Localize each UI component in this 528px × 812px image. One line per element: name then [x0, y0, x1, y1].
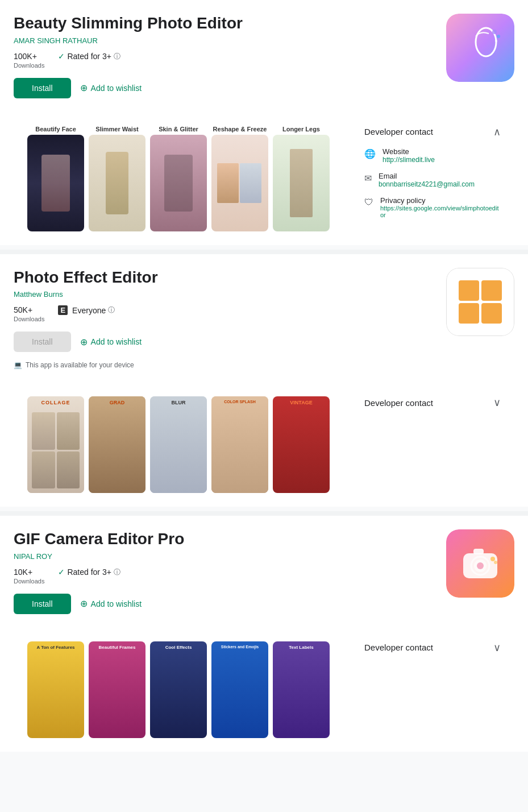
dev-contact-header-beauty[interactable]: Developer contact ∧ [364, 126, 501, 138]
dev-contact-title-beauty: Developer contact [364, 127, 433, 136]
screenshot-label-5-beauty: Longer Legs [273, 126, 330, 132]
screenshot-img-4-beauty [211, 135, 268, 231]
app-developer-beauty[interactable]: AMAR SINGH RATHAUR [14, 36, 435, 45]
device-icon: 💻 [14, 361, 22, 369]
screenshot-label-2-gif: Beautiful Frames [89, 645, 145, 650]
app-icon-gif [446, 529, 514, 598]
screenshot-1-photo: COLLAGE [27, 396, 84, 493]
screenshot-img-3-beauty [150, 135, 207, 231]
screenshots-row-photo: COLLAGE GRAD [27, 396, 353, 493]
screenshot-4-beauty: Reshape & Freeze [211, 126, 268, 231]
screenshot-img-1-photo: COLLAGE [27, 396, 84, 493]
app-header-gif: GIF Camera Editor Pro NIPAL ROY 10K+ Dow… [14, 529, 514, 623]
rating-info-icon[interactable]: ⓘ [114, 52, 120, 61]
dev-contact-header-photo[interactable]: Developer contact ∨ [364, 396, 501, 409]
grid-cell-1 [459, 280, 479, 301]
wishlist-icon-gif: ⊕ [80, 598, 88, 609]
svg-point-2 [497, 35, 500, 38]
downloads-value-beauty: 100K+ [14, 52, 37, 61]
website-label-beauty: Website [383, 147, 435, 156]
screenshot-label-4-beauty: Reshape & Freeze [211, 126, 268, 132]
lower-section-beauty: Beautify Face Slimmer Waist [14, 117, 514, 245]
dev-contact-email-text-beauty: Email bonnbarriseitz4221@gmail.com [379, 172, 475, 188]
dev-contact-title-photo: Developer contact [364, 398, 433, 408]
screenshot-img-2-gif: Beautiful Frames [89, 641, 145, 738]
website-value-beauty[interactable]: http://slimedit.live [383, 156, 435, 164]
screenshot-2-beauty: Slimmer Waist [89, 126, 145, 231]
dev-contact-header-gif[interactable]: Developer contact ∨ [364, 641, 501, 654]
dev-contact-beauty: Developer contact ∧ 🌐 Website http://sli… [353, 126, 501, 231]
beauty-icon-svg [458, 25, 503, 71]
rating-value-beauty: ✓ Rated for 3+ ⓘ [58, 52, 120, 61]
install-button-beauty[interactable]: Install [14, 78, 71, 98]
app-info-photo: Photo Effect Editor Matthew Burns 50K+ D… [14, 268, 435, 379]
screenshot-label-1-photo: COLLAGE [27, 400, 84, 405]
app-header-beauty: Beauty Slimming Photo Editor AMAR SINGH … [14, 14, 514, 107]
globe-icon-beauty: 🌐 [364, 148, 376, 159]
screenshot-img-3-photo: BLUR [150, 396, 207, 493]
screenshot-1-beauty: Beautify Face [27, 126, 84, 231]
privacy-value-beauty[interactable]: https://sites.google.com/view/slimphotoe… [380, 205, 501, 218]
grid-cell-3 [459, 303, 479, 324]
downloads-value-gif: 10K+ [14, 567, 32, 577]
screenshot-5-photo: VINTAGE [273, 396, 330, 493]
app-info-gif: GIF Camera Editor Pro NIPAL ROY 10K+ Dow… [14, 529, 435, 623]
screenshots-beauty: Beautify Face Slimmer Waist [27, 126, 353, 231]
app-photo-effect: Photo Effect Editor Matthew Burns 50K+ D… [0, 254, 528, 507]
screenshot-label-5-photo: VINTAGE [273, 400, 330, 405]
gif-icon-graphic [446, 529, 514, 598]
screenshot-img-2-beauty [89, 135, 145, 231]
screenshot-img-4-photo: COLOR SPLASH [211, 396, 268, 493]
screenshot-img-5-gif: Text Labels [273, 641, 330, 738]
downloads-value-photo: 50K+ [14, 305, 32, 314]
screenshot-5-beauty: Longer Legs [273, 126, 330, 231]
rating-info-icon-photo[interactable]: ⓘ [108, 305, 115, 315]
screenshots-row-beauty: Beautify Face Slimmer Waist [27, 126, 353, 231]
screenshot-4-gif: Stickers and Emojis [211, 641, 268, 738]
photo-effect-icon-grid [450, 271, 511, 333]
app-developer-photo[interactable]: Matthew Burns [14, 290, 435, 299]
screenshot-2-gif: Beautiful Frames [89, 641, 145, 738]
dev-contact-photo: Developer contact ∨ [353, 396, 501, 493]
rating-info-icon-gif[interactable]: ⓘ [114, 567, 120, 577]
screenshot-3-beauty: Skin & Glitter [150, 126, 207, 231]
lower-section-photo: COLLAGE GRAD [14, 387, 514, 507]
screenshot-3-gif: Cool Effects [150, 641, 207, 738]
action-row-photo: Install ⊕ Add to wishlist [14, 332, 435, 352]
wishlist-button-beauty[interactable]: ⊕ Add to wishlist [80, 82, 142, 93]
svg-point-3 [495, 40, 497, 42]
email-value-beauty[interactable]: bonnbarriseitz4221@gmail.com [379, 180, 475, 188]
dev-contact-gif: Developer contact ∨ [353, 641, 501, 738]
wishlist-icon-photo: ⊕ [80, 337, 88, 347]
chevron-down-icon-photo: ∨ [493, 396, 501, 409]
screenshot-label-1-gif: A Ton of Features [27, 645, 84, 650]
screenshot-label-3-beauty: Skin & Glitter [150, 126, 207, 132]
rating-check-icon: ✓ [58, 52, 65, 61]
everyone-badge-icon: E [58, 305, 68, 315]
rating-stat-gif: ✓ Rated for 3+ ⓘ [58, 567, 120, 585]
wishlist-button-photo[interactable]: ⊕ Add to wishlist [80, 337, 142, 347]
screenshot-label-4-photo: COLOR SPLASH [211, 400, 268, 404]
screenshot-img-5-photo: VINTAGE [273, 396, 330, 493]
screenshot-3-photo: BLUR [150, 396, 207, 493]
email-label-beauty: Email [379, 172, 475, 180]
screenshot-img-1-gif: A Ton of Features [27, 641, 84, 738]
grid-cell-4 [481, 303, 502, 324]
screenshots-row-gif: A Ton of Features Beautiful Frames Cool … [27, 641, 353, 738]
downloads-stat-photo: 50K+ Downloads [14, 305, 44, 322]
install-button-gif[interactable]: Install [14, 594, 71, 614]
app-developer-gif[interactable]: NIPAL ROY [14, 552, 435, 561]
action-row-gif: Install ⊕ Add to wishlist [14, 594, 435, 614]
screenshot-img-5-beauty [273, 135, 330, 231]
app-title-gif: GIF Camera Editor Pro [14, 529, 435, 549]
install-button-photo[interactable]: Install [14, 332, 71, 352]
screenshot-label-2-beauty: Slimmer Waist [89, 126, 145, 132]
privacy-label-beauty: Privacy policy [380, 196, 501, 205]
screenshot-5-gif: Text Labels [273, 641, 330, 738]
svg-point-9 [490, 557, 495, 561]
screenshot-img-4-gif: Stickers and Emojis [211, 641, 268, 738]
wishlist-button-gif[interactable]: ⊕ Add to wishlist [80, 598, 142, 609]
rating-stat-beauty: ✓ Rated for 3+ ⓘ [58, 52, 120, 69]
dev-contact-email-beauty: ✉ Email bonnbarriseitz4221@gmail.com [364, 172, 501, 188]
app-icon-beauty [446, 14, 514, 82]
